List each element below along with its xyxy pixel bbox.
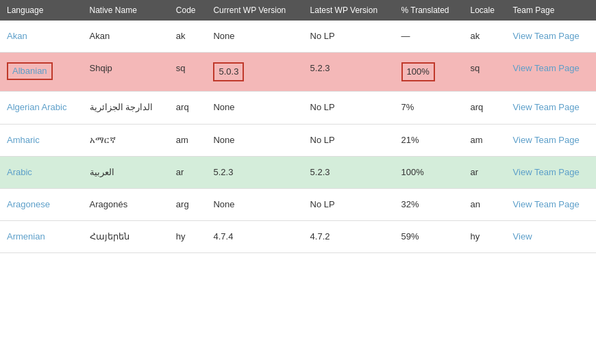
cell-locale: hy — [464, 221, 506, 253]
cell-language-name: Amharic — [0, 124, 83, 156]
cell-locale: am — [464, 124, 506, 156]
cell-native-name: العربية — [83, 156, 169, 188]
cell-percent: 100% — [395, 53, 464, 92]
cell-code: arg — [169, 188, 207, 220]
cell-percent: 59% — [395, 221, 464, 253]
cell-current-wp: None — [206, 188, 303, 220]
cell-code: ak — [169, 21, 207, 53]
cell-current-wp: 4.7.4 — [206, 221, 303, 253]
cell-native-name: አማርኛ — [83, 124, 169, 156]
table-row: Arabicالعربيةar5.2.35.2.3100%arView Team… — [0, 156, 596, 188]
cell-latest-wp: No LP — [303, 188, 395, 220]
cell-locale: ak — [464, 21, 506, 53]
view-team-page-link[interactable]: View — [513, 231, 532, 242]
table-row: Algerian Arabicالدارجة الجزائريةarqNoneN… — [0, 92, 596, 124]
language-name-link[interactable]: Akan — [7, 31, 27, 41]
view-team-page-link[interactable]: View Team Page — [513, 199, 580, 209]
table-row: AmharicአማርኛamNoneNo LP21%amView Team Pag… — [0, 124, 596, 156]
language-name-highlighted[interactable]: Albanian — [7, 62, 53, 80]
cell-code: hy — [169, 221, 207, 253]
cell-language-name: Albanian — [0, 53, 83, 92]
cell-team-page: View Team Page — [506, 92, 596, 124]
cell-locale: an — [464, 188, 506, 220]
cell-code: am — [169, 124, 207, 156]
col-native: Native Name — [83, 0, 169, 21]
cell-language-name: Algerian Arabic — [0, 92, 83, 124]
cell-code: sq — [169, 53, 207, 92]
table-header: Language Native Name Code Current WP Ver… — [0, 0, 596, 21]
cell-percent: 100% — [395, 156, 464, 188]
cell-native-name: Shqip — [83, 53, 169, 92]
cell-current-wp: 5.0.3 — [206, 53, 303, 92]
table-row: ArmenianՀայերենhy4.7.44.7.259%hyView — [0, 221, 596, 253]
cell-language-name: Akan — [0, 21, 83, 53]
cell-latest-wp: 4.7.2 — [303, 221, 395, 253]
language-name-link[interactable]: Arabic — [7, 167, 32, 177]
view-team-page-link[interactable]: View Team Page — [513, 167, 580, 177]
cell-latest-wp: No LP — [303, 21, 395, 53]
cell-latest-wp: No LP — [303, 92, 395, 124]
view-team-page-link[interactable]: View Team Page — [513, 102, 580, 112]
cell-current-wp: None — [206, 21, 303, 53]
cell-latest-wp: 5.2.3 — [303, 156, 395, 188]
view-team-page-link[interactable]: View Team Page — [513, 31, 580, 41]
cell-language-name: Aragonese — [0, 188, 83, 220]
cell-team-page: View Team Page — [506, 188, 596, 220]
cell-locale: sq — [464, 53, 506, 92]
col-locale: Locale — [464, 0, 506, 21]
col-team-page: Team Page — [506, 0, 596, 21]
cell-native-name: Հայերեն — [83, 221, 169, 253]
table-body: AkanAkanakNoneNo LP—akView Team PageAlba… — [0, 21, 596, 253]
col-language: Language — [0, 0, 83, 21]
table-row: AlbanianShqipsq5.0.35.2.3100%sqView Team… — [0, 53, 596, 92]
cell-percent: 7% — [395, 92, 464, 124]
cell-language-name: Arabic — [0, 156, 83, 188]
table-row: AragoneseAragonésargNoneNo LP32%anView T… — [0, 188, 596, 220]
view-team-page-link[interactable]: View Team Page — [513, 135, 580, 145]
current-wp-highlighted: 5.0.3 — [213, 62, 244, 81]
col-latest-wp: Latest WP Version — [303, 0, 395, 21]
col-code: Code — [169, 0, 207, 21]
language-name-link[interactable]: Algerian Arabic — [7, 102, 66, 112]
cell-team-page: View Team Page — [506, 156, 596, 188]
cell-percent: 21% — [395, 124, 464, 156]
cell-team-page: View Team Page — [506, 53, 596, 92]
cell-native-name: Aragonés — [83, 188, 169, 220]
cell-native-name: Akan — [83, 21, 169, 53]
cell-team-page: View Team Page — [506, 21, 596, 53]
languages-table: Language Native Name Code Current WP Ver… — [0, 0, 596, 253]
cell-latest-wp: No LP — [303, 124, 395, 156]
cell-current-wp: None — [206, 124, 303, 156]
cell-current-wp: 5.2.3 — [206, 156, 303, 188]
language-name-link[interactable]: Armenian — [7, 231, 45, 242]
cell-code: ar — [169, 156, 207, 188]
cell-percent: 32% — [395, 188, 464, 220]
cell-current-wp: None — [206, 92, 303, 124]
cell-latest-wp: 5.2.3 — [303, 53, 395, 92]
language-name-link[interactable]: Aragonese — [7, 199, 50, 209]
cell-team-page: View Team Page — [506, 124, 596, 156]
cell-native-name: الدارجة الجزائرية — [83, 92, 169, 124]
cell-percent: — — [395, 21, 464, 53]
col-percent: % Translated — [395, 0, 464, 21]
cell-code: arq — [169, 92, 207, 124]
table-row: AkanAkanakNoneNo LP—akView Team Page — [0, 21, 596, 53]
cell-team-page: View — [506, 221, 596, 253]
cell-language-name: Armenian — [0, 221, 83, 253]
col-current-wp: Current WP Version — [206, 0, 303, 21]
cell-locale: arq — [464, 92, 506, 124]
view-team-page-link[interactable]: View Team Page — [513, 63, 580, 73]
cell-locale: ar — [464, 156, 506, 188]
language-name-link[interactable]: Amharic — [7, 135, 40, 145]
percent-highlighted: 100% — [401, 62, 435, 81]
